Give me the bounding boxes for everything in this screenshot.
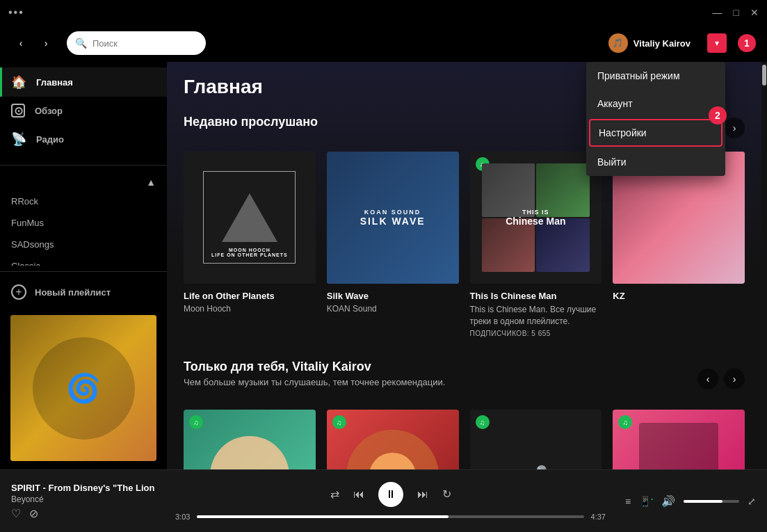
add-playlist-label: Новый плейлист [35, 287, 111, 298]
add-playlist-button[interactable]: + Новый плейлист [0, 277, 167, 307]
add-circle-icon: + [11, 284, 26, 300]
total-time: 4:37 [591, 513, 606, 521]
player-track-icons: ♡ ⊘ [11, 507, 164, 520]
sidebar-item-label: Обзор [35, 106, 63, 116]
rec-cards-row: ♫ ♫ [184, 410, 745, 469]
shuffle-button[interactable]: ⇄ [330, 487, 339, 501]
browse-icon: ⊙ [11, 104, 25, 118]
for-you-section-header: Только для тебя, Vitaliy Kairov Чем боль… [184, 360, 745, 398]
next-button[interactable]: ⏭ [417, 488, 428, 501]
devices-icon[interactable]: ⊘ [29, 507, 38, 520]
card-image-chinese-man: ♫ THIS IS Chinese Man [470, 152, 602, 284]
player-track-title: SPIRIT - From Disney's "The Lion [11, 483, 164, 493]
title-bar: ••• — □ ✕ [0, 0, 767, 24]
playlist-item-sadsongs[interactable]: SADsongs [0, 234, 167, 255]
queue-icon[interactable]: ≡ [625, 496, 631, 507]
rec-card-4[interactable]: ♫ [613, 410, 745, 469]
close-button[interactable]: ✕ [750, 7, 759, 18]
chevron-down-icon: ▾ [715, 38, 719, 48]
maximize-button[interactable]: □ [734, 7, 739, 18]
search-icon: 🔍 [75, 38, 87, 49]
home-icon: 🏠 [11, 74, 26, 90]
volume-bar[interactable] [684, 500, 739, 503]
for-you-title-block: Только для тебя, Vitaliy Kairov Чем боль… [184, 360, 445, 398]
settings-label: Настройки [599, 127, 647, 138]
for-you-next-button[interactable]: › [724, 369, 745, 389]
card-kz[interactable]: KZ [613, 152, 745, 337]
for-you-prev-button[interactable]: ‹ [697, 369, 718, 389]
heart-icon[interactable]: ♡ [11, 507, 21, 520]
rec-card-image-2: ♫ [327, 410, 459, 469]
volume-icon[interactable]: 🔊 [661, 494, 675, 508]
dropdown-item-logout[interactable]: Выйти [586, 148, 725, 176]
rec-card-1[interactable]: ♫ [184, 410, 316, 469]
rec-card-2[interactable]: ♫ [327, 410, 459, 469]
step-badge-1: 1 [738, 34, 756, 52]
rec-card-image-1: ♫ [184, 410, 316, 469]
sidebar-item-home[interactable]: 🏠 Главная [0, 67, 167, 97]
card-title: KZ [613, 291, 745, 301]
repeat-button[interactable]: ↻ [442, 487, 451, 501]
card-silk-wave[interactable]: KOAN SOUNDSILK WAVE Silk Wave KOAN Sound [327, 152, 459, 337]
card-subtitle: Moon Hooch [184, 304, 316, 314]
prev-button[interactable]: ⏮ [353, 488, 364, 501]
player-track-artist: Beyoncé [11, 494, 164, 504]
dropdown-toggle-button[interactable]: ▾ [707, 33, 727, 53]
progress-track[interactable] [197, 515, 583, 518]
player-bar: SPIRIT - From Disney's "The Lion Beyoncé… [0, 469, 767, 532]
playlist-item-rrock[interactable]: RRock [0, 191, 167, 212]
progress-bar-container: 3:03 4:37 [175, 513, 606, 521]
spotify-badge-rec3: ♫ [476, 415, 490, 429]
user-area[interactable]: 🎵 Vitaliy Kairov [606, 31, 696, 56]
rec-card-3[interactable]: ♫ 🎤 [470, 410, 602, 469]
progress-fill [197, 515, 449, 518]
sidebar-item-radio[interactable]: 📡 Радио [0, 124, 167, 154]
scrollbar[interactable] [761, 62, 767, 469]
recent-section-title: Недавно прослушано [184, 115, 318, 129]
sidebar-nav: 🏠 Главная ⊙ Обзор 📡 Радио [0, 62, 167, 159]
for-you-title: Только для тебя, Vitaliy Kairov [184, 360, 445, 374]
back-button[interactable]: ‹ [11, 33, 31, 53]
recent-cards-row: MOON HOOCHLIFE ON OTHER PLANETS Life on … [184, 152, 745, 337]
sidebar: 🏠 Главная ⊙ Обзор 📡 Радио ▲ RRock [0, 62, 167, 469]
devices-connect-icon[interactable]: 📱• [639, 496, 653, 507]
fullscreen-icon[interactable]: ⤢ [748, 496, 756, 507]
section-next-button[interactable]: › [724, 118, 745, 138]
sidebar-item-label: Радио [36, 134, 64, 145]
sidebar-item-label: Главная [36, 77, 73, 88]
playlist-item-funmus[interactable]: FunMus [0, 212, 167, 234]
search-input[interactable] [92, 38, 197, 49]
forward-button[interactable]: › [36, 33, 56, 53]
nav-arrows: ‹ › [11, 33, 56, 53]
playlist-collapse-icon[interactable]: ▲ [146, 177, 156, 188]
sidebar-divider [0, 165, 167, 166]
minimize-button[interactable]: — [713, 7, 722, 18]
player-right: ≡ 📱• 🔊 ⤢ [617, 494, 756, 508]
player-buttons: ⇄ ⏮ ⏸ ⏭ ↻ [330, 482, 451, 507]
dropdown-item-private[interactable]: Приватный режим [586, 62, 725, 90]
card-desc: This is Chinese Man. Все лучшие треки в … [470, 304, 602, 328]
card-life-on-other-planets[interactable]: MOON HOOCHLIFE ON OTHER PLANETS Life on … [184, 152, 316, 337]
sidebar-item-browse[interactable]: ⊙ Обзор [0, 97, 167, 124]
title-bar-controls: — □ ✕ [713, 7, 759, 18]
sidebar-divider-2 [0, 271, 167, 272]
player-controls: ⇄ ⏮ ⏸ ⏭ ↻ 3:03 4:37 [175, 482, 606, 521]
pause-button[interactable]: ⏸ [378, 482, 403, 507]
app-container: ‹ › 🔍 🎵 Vitaliy Kairov ▾ 1 🏠 Главная [0, 24, 767, 532]
dropdown-item-account[interactable]: Аккаунт [586, 90, 725, 118]
search-bar[interactable]: 🔍 [67, 31, 206, 55]
card-chinese-man[interactable]: ♫ THIS IS Chinese Man [470, 152, 602, 337]
current-time: 3:03 [175, 513, 190, 521]
player-track: SPIRIT - From Disney's "The Lion Beyoncé… [11, 483, 164, 520]
card-image-silk: KOAN SOUNDSILK WAVE [327, 152, 459, 284]
playlist-list: RRock FunMus SADsongs Classic #Throwback… [0, 191, 167, 266]
spotify-badge-rec2: ♫ [332, 415, 346, 429]
rec-card-image-4: ♫ [613, 410, 745, 469]
title-bar-dots: ••• [8, 6, 24, 19]
radio-icon: 📡 [11, 131, 26, 147]
dropdown-item-settings[interactable]: Настройки [589, 119, 722, 147]
for-you-subtitle: Чем больше музыки ты слушаешь, тем точне… [184, 377, 445, 387]
scrollbar-thumb[interactable] [762, 65, 766, 86]
playlist-item-classic[interactable]: Classic [0, 255, 167, 266]
dots-icon: ••• [8, 6, 24, 19]
